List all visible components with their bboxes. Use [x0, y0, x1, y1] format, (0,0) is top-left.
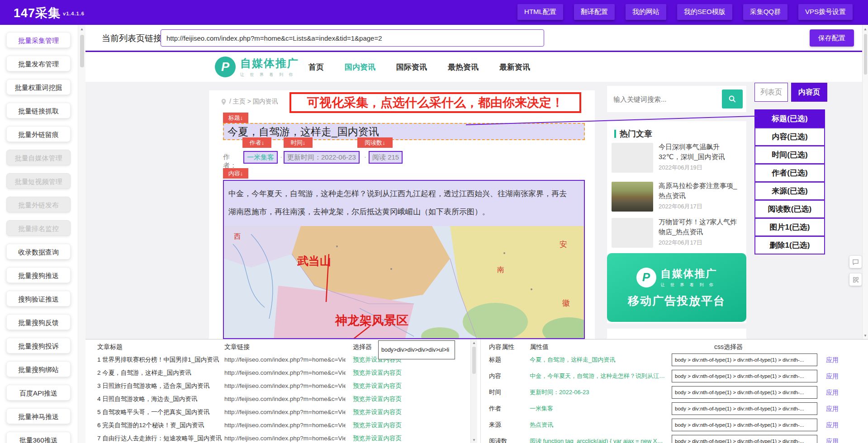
qr-code-icon[interactable] — [849, 273, 862, 286]
preview-set-content-link[interactable]: 预览并设置内容页 — [353, 405, 402, 419]
list-table-scrollbar[interactable]: ▲ ▼ — [470, 339, 477, 443]
ad-tagline: 移动广告投放平台 — [628, 293, 726, 308]
chat-bubble-icon[interactable] — [849, 256, 862, 268]
sidebar-item-baidu-api-push[interactable]: 百度API推送 — [6, 385, 71, 401]
apply-link[interactable]: 应用 — [826, 353, 839, 367]
menu-seo-templates[interactable]: 我的SEO模版 — [677, 4, 732, 20]
tab-list-page[interactable]: 列表页 — [754, 83, 788, 102]
hot-article-title[interactable]: 万物皆可炸！这7家人气炸物店_热点资讯 — [659, 217, 740, 237]
sidebar-item-link-grab[interactable]: 批量链接抓取 — [6, 103, 71, 118]
hot-article-item[interactable]: 万物皆可炸！这7家人气炸物店_热点资讯 2022年06月17日 — [612, 217, 742, 250]
scroll-up-icon[interactable]: ▲ — [78, 25, 85, 31]
top-bar: 147采集v1.4.1.6 HTML配置 翻译配置 我的网站 我的SEO模版 采… — [0, 0, 868, 25]
field-author-selected[interactable]: 作者(已选) — [754, 164, 825, 182]
row-link[interactable]: http://feijiseo.com/index.php?m=home&c=V… — [224, 405, 346, 419]
row-link[interactable]: http://feijiseo.com/index.php?m=home&c=V… — [224, 432, 346, 443]
list-selector-input[interactable] — [378, 340, 455, 359]
hot-article-item[interactable]: 高原马拉松参赛注意事项_热点资讯 2022年06月17日 — [612, 181, 742, 213]
hot-article-title[interactable]: 高原马拉松参赛注意事项_热点资讯 — [659, 181, 740, 201]
menu-html-config[interactable]: HTML配置 — [517, 4, 563, 20]
preview-set-content-link[interactable]: 预览并设置内容页 — [353, 432, 402, 443]
scroll-down-icon[interactable]: ▼ — [863, 334, 868, 338]
apply-link[interactable]: 应用 — [826, 402, 839, 415]
sidebar-item-media-manage: 批量自媒体管理 — [6, 150, 71, 165]
list-table-scrollbar-thumb[interactable] — [472, 347, 476, 374]
css-selector-input[interactable] — [672, 386, 817, 399]
row-link[interactable]: http://feijiseo.com/index.php?m=home&c=V… — [224, 379, 346, 392]
field-delete1-selected[interactable]: 删除1(已选) — [754, 236, 825, 254]
article-reads-selected[interactable]: 阅读 215 — [369, 151, 403, 164]
sidebar-item-sogou-feedback[interactable]: 批量搜狗反馈 — [6, 314, 71, 330]
content-line: 湖南恩施市，再往南溪，去神龙架，尔后抵达黄冈峨嵋山（如下表所示图）。 — [224, 207, 584, 217]
row-link[interactable]: http://feijiseo.com/index.php?m=home&c=V… — [224, 392, 346, 405]
nav-home[interactable]: 首页 — [308, 62, 324, 72]
nav-hottest-news[interactable]: 最热资讯 — [448, 62, 479, 72]
menu-vps-dial[interactable]: VPS拨号设置 — [798, 4, 853, 20]
field-content-selected[interactable]: 内容(已选) — [754, 127, 825, 146]
apply-link[interactable]: 应用 — [826, 434, 839, 443]
search-button[interactable] — [722, 90, 743, 108]
css-selector-input[interactable] — [672, 419, 817, 431]
css-selector-input[interactable] — [672, 370, 817, 382]
article-time-selected[interactable]: 更新时间：2022-06-23 — [284, 151, 360, 164]
article-content-selected[interactable]: 中金，今年夏天，自驾游，这种走怎样？说到从江西九江起程，透过江西始兴、往湖南张家… — [223, 180, 585, 339]
field-reads-selected[interactable]: 阅读数(已选) — [754, 200, 825, 218]
save-config-button[interactable]: 保存配置 — [810, 29, 854, 47]
list-page-url-input[interactable] — [161, 29, 544, 47]
site-logo[interactable]: P 自媒体推广 让 世 界 看 到 你 — [215, 56, 299, 78]
css-selector-input[interactable] — [672, 435, 817, 443]
sidebar-item-keyword-mining[interactable]: 批量权重词挖掘 — [6, 79, 71, 95]
sidebar-item-360-push[interactable]: 批量360推送 — [6, 432, 71, 443]
sidebar-item-sogou-push[interactable]: 批量搜狗推送 — [6, 267, 71, 283]
sidebar-item-index-query[interactable]: 收录数据查询 — [6, 244, 71, 259]
preview-set-content-link[interactable]: 预览并设置内容页 — [353, 366, 402, 379]
article-author-selected[interactable]: 一米集客 — [243, 151, 278, 164]
apply-link[interactable]: 应用 — [826, 369, 839, 383]
preview-set-content-link[interactable]: 预览并设置内容页 — [353, 419, 402, 432]
sidebar-item-collect-manage[interactable]: 批量采集管理 — [6, 32, 71, 48]
sidebar-scrollbar-thumb[interactable] — [80, 35, 84, 67]
page-scrollbar[interactable]: ▲ ▼ — [862, 25, 868, 339]
sidebar-item-publish-manage[interactable]: 批量发布管理 — [6, 56, 71, 71]
preview-set-content-link[interactable]: 预览并设置内容页 — [353, 379, 402, 392]
field-image1-selected[interactable]: 图片1(已选) — [754, 218, 825, 236]
apply-link[interactable]: 应用 — [826, 386, 839, 399]
row-link[interactable]: http://feijiseo.com/index.php?m=home&c=V… — [224, 353, 346, 366]
sidebar-item-sogou-complaint[interactable]: 批量搜狗投诉 — [6, 338, 71, 353]
nav-domestic-news[interactable]: 国内资讯 — [345, 62, 375, 72]
hot-article-item[interactable]: 今日深圳事气温飙升32℃，深圳_国内资讯 2022年06月19日 — [612, 142, 742, 174]
nav-international-news[interactable]: 国际资讯 — [396, 62, 427, 72]
page-scrollbar-thumb[interactable] — [864, 34, 867, 75]
sidebar-item-sogou-verify-push[interactable]: 搜狗验证推送 — [6, 291, 71, 306]
apply-link[interactable]: 应用 — [826, 418, 839, 432]
ad-banner[interactable]: P 自媒体推广 让 世 界 看 到 你 移动广告投放平台 — [607, 253, 746, 322]
scroll-down-icon[interactable]: ▼ — [471, 438, 477, 442]
hot-article-title[interactable]: 今日深圳事气温飙升32℃，深圳_国内资讯 — [659, 142, 740, 162]
sidebar-item-backlink-trace[interactable]: 批量外链留痕 — [6, 126, 71, 142]
col-header-article-link: 文章链接 — [224, 343, 250, 351]
prop-name: 阅读数 — [489, 434, 508, 443]
menu-translate-config[interactable]: 翻译配置 — [574, 4, 615, 20]
row-title: 3 日照旅行自驾游攻略，适合亲_国内资讯 — [97, 379, 223, 392]
preview-set-content-link[interactable]: 预览并设置内容页 — [353, 392, 402, 405]
breadcrumb[interactable]: / 主页 > 国内资讯 — [221, 98, 278, 106]
article-title-selected[interactable]: 今夏，自驾游，这样走_国内资讯 — [223, 123, 585, 140]
tab-content-page[interactable]: 内容页 — [791, 83, 827, 102]
field-title-selected[interactable]: 标题(已选) — [754, 109, 825, 128]
hot-article-date: 2022年06月19日 — [659, 164, 740, 172]
menu-my-sites[interactable]: 我的网站 — [626, 4, 666, 20]
scroll-up-icon[interactable]: ▲ — [863, 25, 868, 31]
css-selector-input[interactable] — [672, 353, 817, 366]
sidebar-item-sogou-bind[interactable]: 批量搜狗绑站 — [6, 361, 71, 377]
nav-latest-news[interactable]: 最新资讯 — [499, 62, 530, 72]
sidebar-scrollbar[interactable]: ▲ — [78, 25, 85, 443]
field-time-selected[interactable]: 时间(已选) — [754, 146, 825, 164]
row-link[interactable]: http://feijiseo.com/index.php?m=home&c=V… — [224, 366, 346, 379]
menu-qq-group[interactable]: 采集QQ群 — [743, 4, 787, 20]
scroll-up-icon[interactable]: ▲ — [471, 341, 477, 345]
keyword-search-input[interactable] — [613, 95, 722, 103]
row-link[interactable]: http://feijiseo.com/index.php?m=home&c=V… — [224, 419, 346, 432]
field-source-selected[interactable]: 来源(已选) — [754, 182, 825, 200]
css-selector-input[interactable] — [672, 402, 817, 415]
sidebar-item-shenma-push[interactable]: 批量神马推送 — [6, 408, 71, 424]
